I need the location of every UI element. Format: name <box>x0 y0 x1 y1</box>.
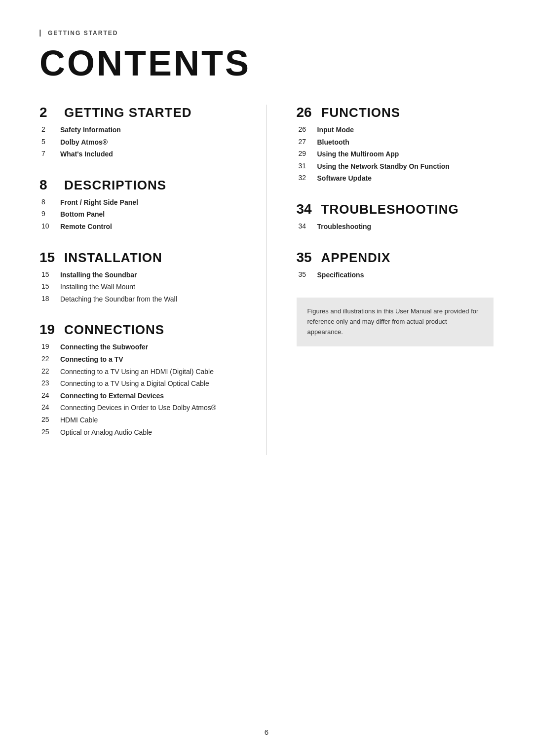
entry: 15Installing the Soundbar <box>39 270 237 280</box>
entry-number: 24 <box>41 403 55 411</box>
entry: 7What's Included <box>39 150 237 159</box>
section-title: DESCRIPTIONS <box>64 178 166 193</box>
entry-number: 2 <box>41 125 55 133</box>
entry-label: Bluetooth <box>317 138 349 148</box>
entry: 25Optical or Analog Audio Cable <box>39 428 237 438</box>
entry-label: Installing the Soundbar <box>60 270 137 280</box>
page: GETTING STARTED CONTENTS 2GETTING STARTE… <box>0 0 533 756</box>
entry-number: 8 <box>41 198 55 206</box>
entry: 9Bottom Panel <box>39 210 237 220</box>
section-8: 8DESCRIPTIONS8Front / Right Side Panel9B… <box>39 177 237 232</box>
entry-number: 18 <box>41 295 55 302</box>
entry-label: Using the Multiroom App <box>317 150 399 159</box>
entry-number: 35 <box>299 270 312 278</box>
entry-label: Using the Network Standby On Function <box>317 162 450 172</box>
entry: 5Dolby Atmos® <box>39 138 237 148</box>
entry-number: 19 <box>41 342 55 350</box>
entry: 34Troubleshooting <box>297 222 494 232</box>
entry: 26Input Mode <box>297 125 494 135</box>
header-label: GETTING STARTED <box>39 30 494 37</box>
section-35: 35APPENDIX35Specifications <box>297 250 494 280</box>
section-title: CONNECTIONS <box>64 322 164 338</box>
entry-number: 27 <box>299 138 312 146</box>
section-number: 2 <box>39 105 57 120</box>
section-heading: 26FUNCTIONS <box>297 105 494 120</box>
entry-number: 31 <box>299 162 312 170</box>
section-heading: 35APPENDIX <box>297 250 494 265</box>
section-heading: 2GETTING STARTED <box>39 105 237 120</box>
entry: 22Connecting to a TV Using an HDMI (Digi… <box>39 367 237 377</box>
entry-number: 10 <box>41 222 55 230</box>
section-heading: 15INSTALLATION <box>39 250 237 265</box>
entry: 10Remote Control <box>39 222 237 232</box>
entry: 24Connecting Devices in Order to Use Dol… <box>39 403 237 413</box>
entry-number: 34 <box>299 222 312 230</box>
entry-label: Connecting to a TV Using an HDMI (Digita… <box>60 367 214 377</box>
entry-label: What's Included <box>60 150 113 159</box>
section-heading: 8DESCRIPTIONS <box>39 177 237 193</box>
section-number: 15 <box>39 250 57 265</box>
entry-number: 15 <box>41 270 55 278</box>
note-box: Figures and illustrations in this User M… <box>297 298 494 346</box>
section-heading: 34TROUBLESHOOTING <box>297 201 494 217</box>
right-column: 26FUNCTIONS26Input Mode27Bluetooth29Usin… <box>267 105 494 455</box>
entry-number: 32 <box>299 174 312 182</box>
entry-label: Front / Right Side Panel <box>60 198 138 208</box>
entry-label: Connecting Devices in Order to Use Dolby… <box>60 403 216 413</box>
section-number: 8 <box>39 177 57 193</box>
entry: 2Safety Information <box>39 125 237 135</box>
section-number: 19 <box>39 322 57 338</box>
entry-number: 23 <box>41 379 55 387</box>
section-title: FUNCTIONS <box>321 105 401 120</box>
entry-label: Connecting to a TV <box>60 355 123 365</box>
entry-label: Remote Control <box>60 222 112 232</box>
section-title: GETTING STARTED <box>64 105 192 120</box>
left-column: 2GETTING STARTED2Safety Information5Dolb… <box>39 105 267 455</box>
entry-label: Safety Information <box>60 125 121 135</box>
entry: 32Software Update <box>297 174 494 184</box>
entry: 24Connecting to External Devices <box>39 391 237 401</box>
entry-number: 5 <box>41 138 55 146</box>
entry: 8Front / Right Side Panel <box>39 198 237 208</box>
section-number: 34 <box>297 201 314 217</box>
entry: 22Connecting to a TV <box>39 355 237 365</box>
entry: 18Detaching the Soundbar from the Wall <box>39 295 237 304</box>
entry-number: 25 <box>41 428 55 436</box>
entry: 27Bluetooth <box>297 138 494 148</box>
entry-label: HDMI Cable <box>60 416 98 425</box>
section-title: INSTALLATION <box>64 250 162 265</box>
section-title: TROUBLESHOOTING <box>321 202 459 217</box>
entry-label: Specifications <box>317 270 364 280</box>
section-number: 35 <box>297 250 314 265</box>
entry-label: Installing the Wall Mount <box>60 282 135 292</box>
page-number: 6 <box>265 728 268 736</box>
entry-number: 29 <box>299 150 312 157</box>
entry-number: 22 <box>41 355 55 363</box>
entry-number: 7 <box>41 150 55 157</box>
entry: 35Specifications <box>297 270 494 280</box>
section-heading: 19CONNECTIONS <box>39 322 237 338</box>
entry-label: Connecting to External Devices <box>60 391 164 401</box>
entry-number: 15 <box>41 282 55 290</box>
entry: 23Connecting to a TV Using a Digital Opt… <box>39 379 237 389</box>
entry-label: Troubleshooting <box>317 222 372 232</box>
entry-label: Bottom Panel <box>60 210 105 220</box>
entry-number: 24 <box>41 391 55 399</box>
section-15: 15INSTALLATION15Installing the Soundbar1… <box>39 250 237 304</box>
entry-label: Detaching the Soundbar from the Wall <box>60 295 177 304</box>
section-26: 26FUNCTIONS26Input Mode27Bluetooth29Usin… <box>297 105 494 184</box>
section-2: 2GETTING STARTED2Safety Information5Dolb… <box>39 105 237 159</box>
entry-label: Software Update <box>317 174 372 184</box>
entry: 29Using the Multiroom App <box>297 150 494 159</box>
entry-label: Optical or Analog Audio Cable <box>60 428 152 438</box>
entry-number: 26 <box>299 125 312 133</box>
entry: 31Using the Network Standby On Function <box>297 162 494 172</box>
section-34: 34TROUBLESHOOTING34Troubleshooting <box>297 201 494 232</box>
entry: 15Installing the Wall Mount <box>39 282 237 292</box>
section-number: 26 <box>297 105 314 120</box>
section-title: APPENDIX <box>321 250 391 265</box>
entry-label: Connecting the Subwoofer <box>60 342 148 352</box>
entry-number: 22 <box>41 367 55 375</box>
entry: 19Connecting the Subwoofer <box>39 342 237 352</box>
entry-number: 9 <box>41 210 55 218</box>
